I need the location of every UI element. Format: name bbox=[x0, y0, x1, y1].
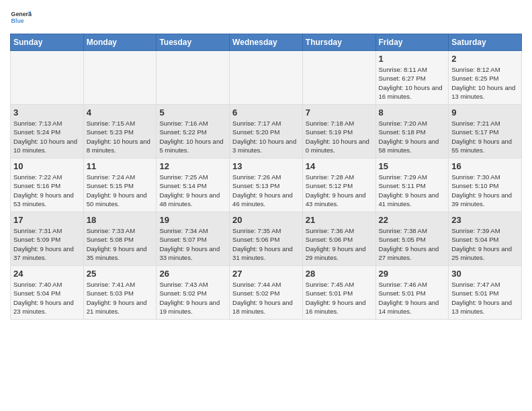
calendar-cell: 6Sunrise: 7:17 AM Sunset: 5:20 PM Daylig… bbox=[230, 105, 303, 158]
day-info: Sunrise: 8:12 AM Sunset: 6:25 PM Dayligh… bbox=[451, 65, 519, 101]
day-number: 10 bbox=[13, 161, 81, 171]
day-number: 29 bbox=[379, 269, 446, 279]
day-number: 8 bbox=[379, 107, 446, 118]
svg-text:Blue: Blue bbox=[11, 17, 24, 24]
calendar-cell: 18Sunrise: 7:33 AM Sunset: 5:08 PM Dayli… bbox=[83, 212, 157, 266]
day-number: 12 bbox=[159, 161, 226, 171]
day-info: Sunrise: 7:47 AM Sunset: 5:01 PM Dayligh… bbox=[451, 280, 519, 316]
day-info: Sunrise: 7:31 AM Sunset: 5:09 PM Dayligh… bbox=[13, 226, 81, 262]
calendar-cell: 7Sunrise: 7:18 AM Sunset: 5:19 PM Daylig… bbox=[302, 105, 375, 158]
calendar-cell: 15Sunrise: 7:29 AM Sunset: 5:11 PM Dayli… bbox=[375, 158, 449, 212]
day-number: 14 bbox=[306, 161, 373, 171]
calendar-week-4: 17Sunrise: 7:31 AM Sunset: 5:09 PM Dayli… bbox=[11, 212, 522, 266]
calendar-week-5: 24Sunrise: 7:40 AM Sunset: 5:04 PM Dayli… bbox=[11, 266, 522, 320]
day-number: 5 bbox=[159, 107, 226, 118]
day-info: Sunrise: 7:44 AM Sunset: 5:02 PM Dayligh… bbox=[232, 280, 300, 316]
calendar-cell: 26Sunrise: 7:43 AM Sunset: 5:02 PM Dayli… bbox=[157, 266, 230, 320]
weekday-header-row: SundayMondayTuesdayWednesdayThursdayFrid… bbox=[11, 34, 522, 51]
calendar-cell: 5Sunrise: 7:16 AM Sunset: 5:22 PM Daylig… bbox=[157, 105, 230, 158]
calendar-cell bbox=[230, 51, 303, 105]
calendar-cell: 20Sunrise: 7:35 AM Sunset: 5:06 PM Dayli… bbox=[230, 212, 303, 266]
day-number: 18 bbox=[87, 215, 154, 225]
day-info: Sunrise: 7:16 AM Sunset: 5:22 PM Dayligh… bbox=[159, 119, 226, 154]
day-info: Sunrise: 7:41 AM Sunset: 5:03 PM Dayligh… bbox=[87, 280, 154, 316]
day-number: 16 bbox=[451, 161, 519, 171]
weekday-header-wednesday: Wednesday bbox=[230, 34, 303, 51]
day-info: Sunrise: 8:11 AM Sunset: 6:27 PM Dayligh… bbox=[379, 65, 446, 101]
day-info: Sunrise: 7:46 AM Sunset: 5:01 PM Dayligh… bbox=[379, 280, 446, 316]
calendar-week-2: 3Sunrise: 7:13 AM Sunset: 5:24 PM Daylig… bbox=[11, 105, 522, 158]
day-number: 26 bbox=[159, 269, 226, 279]
calendar-cell: 17Sunrise: 7:31 AM Sunset: 5:09 PM Dayli… bbox=[11, 212, 84, 266]
day-number: 21 bbox=[306, 215, 373, 225]
calendar-cell bbox=[83, 51, 157, 105]
calendar-cell: 16Sunrise: 7:30 AM Sunset: 5:10 PM Dayli… bbox=[449, 158, 522, 212]
calendar-cell: 10Sunrise: 7:22 AM Sunset: 5:16 PM Dayli… bbox=[11, 158, 84, 212]
weekday-header-tuesday: Tuesday bbox=[157, 34, 230, 51]
calendar-cell: 13Sunrise: 7:26 AM Sunset: 5:13 PM Dayli… bbox=[230, 158, 303, 212]
calendar-cell: 28Sunrise: 7:45 AM Sunset: 5:01 PM Dayli… bbox=[302, 266, 375, 320]
day-info: Sunrise: 7:43 AM Sunset: 5:02 PM Dayligh… bbox=[159, 280, 226, 316]
day-info: Sunrise: 7:36 AM Sunset: 5:06 PM Dayligh… bbox=[306, 226, 373, 262]
logo: General Blue bbox=[10, 7, 32, 28]
calendar-week-3: 10Sunrise: 7:22 AM Sunset: 5:16 PM Dayli… bbox=[11, 158, 522, 212]
day-info: Sunrise: 7:21 AM Sunset: 5:17 PM Dayligh… bbox=[451, 119, 519, 154]
weekday-header-thursday: Thursday bbox=[302, 34, 375, 51]
day-info: Sunrise: 7:20 AM Sunset: 5:18 PM Dayligh… bbox=[379, 119, 446, 154]
day-info: Sunrise: 7:25 AM Sunset: 5:14 PM Dayligh… bbox=[159, 173, 226, 208]
day-info: Sunrise: 7:40 AM Sunset: 5:04 PM Dayligh… bbox=[13, 280, 81, 316]
day-info: Sunrise: 7:22 AM Sunset: 5:16 PM Dayligh… bbox=[13, 173, 81, 208]
day-info: Sunrise: 7:17 AM Sunset: 5:20 PM Dayligh… bbox=[232, 119, 300, 154]
day-number: 3 bbox=[13, 107, 81, 118]
weekday-header-monday: Monday bbox=[83, 34, 157, 51]
day-number: 1 bbox=[379, 54, 446, 64]
calendar-cell: 12Sunrise: 7:25 AM Sunset: 5:14 PM Dayli… bbox=[157, 158, 230, 212]
day-info: Sunrise: 7:33 AM Sunset: 5:08 PM Dayligh… bbox=[87, 226, 154, 262]
calendar-cell: 19Sunrise: 7:34 AM Sunset: 5:07 PM Dayli… bbox=[157, 212, 230, 266]
day-number: 2 bbox=[451, 54, 519, 64]
calendar-cell: 27Sunrise: 7:44 AM Sunset: 5:02 PM Dayli… bbox=[230, 266, 303, 320]
calendar-cell: 23Sunrise: 7:39 AM Sunset: 5:04 PM Dayli… bbox=[449, 212, 522, 266]
calendar-cell: 25Sunrise: 7:41 AM Sunset: 5:03 PM Dayli… bbox=[83, 266, 157, 320]
day-number: 25 bbox=[87, 269, 154, 279]
day-info: Sunrise: 7:15 AM Sunset: 5:23 PM Dayligh… bbox=[87, 119, 154, 154]
day-number: 11 bbox=[87, 161, 154, 171]
calendar-week-1: 1Sunrise: 8:11 AM Sunset: 6:27 PM Daylig… bbox=[11, 51, 522, 105]
day-number: 15 bbox=[379, 161, 446, 171]
day-info: Sunrise: 7:13 AM Sunset: 5:24 PM Dayligh… bbox=[13, 119, 81, 154]
calendar-cell: 21Sunrise: 7:36 AM Sunset: 5:06 PM Dayli… bbox=[302, 212, 375, 266]
day-number: 23 bbox=[451, 215, 519, 225]
calendar-cell: 14Sunrise: 7:28 AM Sunset: 5:12 PM Dayli… bbox=[302, 158, 375, 212]
day-info: Sunrise: 7:39 AM Sunset: 5:04 PM Dayligh… bbox=[451, 226, 519, 262]
day-number: 28 bbox=[306, 269, 373, 279]
day-info: Sunrise: 7:45 AM Sunset: 5:01 PM Dayligh… bbox=[306, 280, 373, 316]
calendar-cell: 1Sunrise: 8:11 AM Sunset: 6:27 PM Daylig… bbox=[375, 51, 449, 105]
calendar-cell bbox=[157, 51, 230, 105]
calendar-cell: 8Sunrise: 7:20 AM Sunset: 5:18 PM Daylig… bbox=[375, 105, 449, 158]
calendar-cell bbox=[302, 51, 375, 105]
page-header: General Blue bbox=[10, 7, 522, 28]
calendar-cell: 3Sunrise: 7:13 AM Sunset: 5:24 PM Daylig… bbox=[11, 105, 84, 158]
calendar-header: SundayMondayTuesdayWednesdayThursdayFrid… bbox=[11, 34, 522, 51]
calendar-cell: 9Sunrise: 7:21 AM Sunset: 5:17 PM Daylig… bbox=[449, 105, 522, 158]
calendar-cell: 29Sunrise: 7:46 AM Sunset: 5:01 PM Dayli… bbox=[375, 266, 449, 320]
calendar-cell: 11Sunrise: 7:24 AM Sunset: 5:15 PM Dayli… bbox=[83, 158, 157, 212]
calendar-cell: 4Sunrise: 7:15 AM Sunset: 5:23 PM Daylig… bbox=[83, 105, 157, 158]
calendar-cell: 2Sunrise: 8:12 AM Sunset: 6:25 PM Daylig… bbox=[449, 51, 522, 105]
day-info: Sunrise: 7:35 AM Sunset: 5:06 PM Dayligh… bbox=[232, 226, 300, 262]
calendar-table: SundayMondayTuesdayWednesdayThursdayFrid… bbox=[10, 34, 522, 320]
calendar-cell: 30Sunrise: 7:47 AM Sunset: 5:01 PM Dayli… bbox=[449, 266, 522, 320]
day-number: 30 bbox=[451, 269, 519, 279]
weekday-header-saturday: Saturday bbox=[449, 34, 522, 51]
weekday-header-sunday: Sunday bbox=[11, 34, 84, 51]
day-info: Sunrise: 7:26 AM Sunset: 5:13 PM Dayligh… bbox=[232, 173, 300, 208]
day-number: 4 bbox=[87, 107, 154, 118]
day-number: 17 bbox=[13, 215, 81, 225]
day-info: Sunrise: 7:34 AM Sunset: 5:07 PM Dayligh… bbox=[159, 226, 226, 262]
day-number: 27 bbox=[232, 269, 300, 279]
day-number: 7 bbox=[306, 107, 373, 118]
calendar-cell: 22Sunrise: 7:38 AM Sunset: 5:05 PM Dayli… bbox=[375, 212, 449, 266]
logo-icon: General Blue bbox=[10, 7, 32, 28]
day-number: 13 bbox=[232, 161, 300, 171]
day-info: Sunrise: 7:28 AM Sunset: 5:12 PM Dayligh… bbox=[306, 173, 373, 208]
